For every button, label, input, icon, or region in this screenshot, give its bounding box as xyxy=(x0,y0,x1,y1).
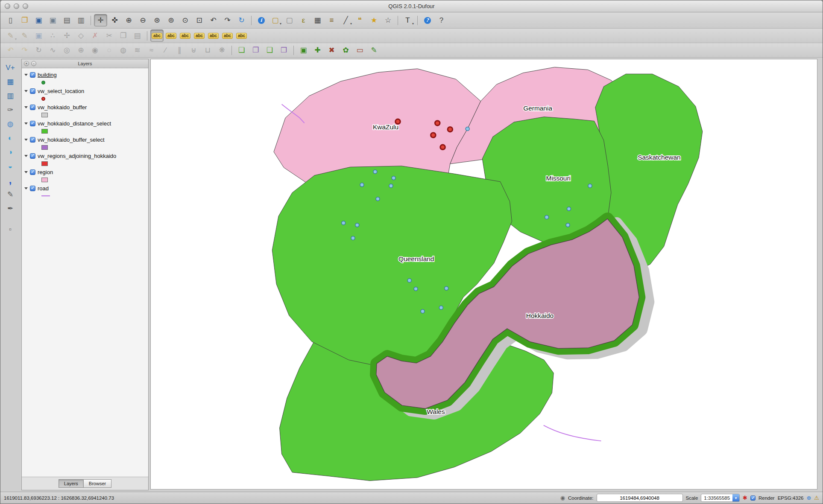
add-mssql-layer-button[interactable]: ◍ xyxy=(3,117,17,130)
zoom-to-selection-button[interactable]: ⊚ xyxy=(164,14,178,26)
layer-item-building[interactable]: building xyxy=(22,70,148,86)
layer-label[interactable]: vw_regions_adjoining_hokkaido xyxy=(38,153,116,159)
layer-item-region[interactable]: region xyxy=(22,167,148,184)
zoom-next-button[interactable]: ↷ xyxy=(221,14,234,26)
messages-button[interactable]: ⚠ xyxy=(814,495,819,501)
offset-curve-button[interactable]: ≋ xyxy=(131,44,144,56)
zoom-native-button[interactable]: ⊡ xyxy=(193,14,206,26)
layer-expand-arrow-icon[interactable] xyxy=(24,122,28,125)
layer-checkbox[interactable] xyxy=(30,153,35,159)
layer-expand-arrow-icon[interactable] xyxy=(24,171,28,173)
undo-button[interactable]: ↶ xyxy=(4,44,17,56)
add-wfs-layer-button[interactable]: ◒ xyxy=(3,160,17,172)
delete-part-button[interactable]: ◍ xyxy=(117,44,130,56)
save-layer-edits-button[interactable]: ▣ xyxy=(32,29,45,42)
layer-checkbox[interactable] xyxy=(30,186,35,191)
layer-checkbox[interactable] xyxy=(30,169,35,175)
add-postgis-layer-button[interactable]: ▥ xyxy=(3,89,17,102)
new-spatialite-layer-button[interactable]: ✒ xyxy=(3,202,17,215)
minimize-button[interactable] xyxy=(14,3,19,9)
layer-checkbox[interactable] xyxy=(30,121,35,126)
legend-filter-button[interactable]: ▫ xyxy=(3,223,17,236)
layer-expand-arrow-icon[interactable] xyxy=(24,90,28,92)
help-contents-button[interactable]: ? xyxy=(421,14,434,26)
layer-label[interactable]: building xyxy=(38,72,57,78)
grass-open-mapset-button[interactable]: ▣ xyxy=(297,44,310,56)
rotate-label-button[interactable]: abc xyxy=(193,29,206,42)
new-project-button[interactable]: ▯ xyxy=(4,14,17,26)
show-hide-labels-button[interactable]: abc xyxy=(221,29,234,42)
add-part-button[interactable]: ⊕ xyxy=(74,44,88,56)
layer-expand-arrow-icon[interactable] xyxy=(24,187,28,189)
pin-labels-button[interactable]: abc xyxy=(207,29,220,42)
save-project-as-button[interactable]: ▣ xyxy=(46,14,59,26)
delete-selected-button[interactable]: ✗ xyxy=(88,29,102,42)
refresh-button[interactable]: ↻ xyxy=(235,14,248,26)
deselect-features-button[interactable]: ▢ xyxy=(283,14,296,26)
coordinate-input[interactable] xyxy=(597,494,683,502)
whats-this-button[interactable]: ? xyxy=(435,14,448,26)
grass-close-mapset-button[interactable]: ✖ xyxy=(325,44,338,56)
add-spatialite-layer-button[interactable]: ✑ xyxy=(3,103,17,116)
add-feature-button[interactable]: ∴ xyxy=(46,29,59,42)
identify-features-button[interactable]: i xyxy=(255,14,268,26)
new-print-composer-button[interactable]: ▤ xyxy=(60,14,73,26)
zoom-to-layer-button[interactable]: ⊙ xyxy=(179,14,192,26)
composer-manager-button[interactable]: ▥ xyxy=(74,14,88,26)
merge-attributes-button[interactable]: ⊔ xyxy=(201,44,214,56)
render-checkbox[interactable] xyxy=(750,495,756,501)
zoom-button[interactable] xyxy=(23,3,28,9)
field-calculator-button[interactable]: ≡ xyxy=(325,14,338,26)
tab-layers[interactable]: Layers xyxy=(59,479,84,488)
layer-label[interactable]: vw_hokkaido_buffer_select xyxy=(38,137,105,143)
change-label-button[interactable]: abc xyxy=(164,29,178,42)
add-raster-layer-button[interactable]: ▦ xyxy=(3,75,17,88)
layer-label[interactable]: region xyxy=(38,169,53,175)
layer-checkbox[interactable] xyxy=(30,105,35,110)
new-bookmark-button[interactable]: ★ xyxy=(367,14,381,26)
extent-toggle-icon[interactable]: ◉ xyxy=(560,495,565,501)
intersection-tool-button[interactable]: ❐ xyxy=(249,44,262,56)
union-tool-button[interactable]: ❏ xyxy=(235,44,248,56)
labeling-button[interactable]: abc xyxy=(150,29,164,42)
open-project-button[interactable]: ❐ xyxy=(18,14,31,26)
zoom-out-button[interactable]: ⊖ xyxy=(136,14,149,26)
add-wcs-layer-button[interactable]: ◑ xyxy=(3,146,17,158)
layer-checkbox[interactable] xyxy=(30,72,35,78)
layer-label[interactable]: vw_hokkaido_buffer xyxy=(38,104,87,111)
crs-status-button[interactable]: ⊕ xyxy=(806,495,811,501)
grass-new-mapset-button[interactable]: ✚ xyxy=(311,44,324,56)
merge-features-button[interactable]: ⊎ xyxy=(187,44,200,56)
fill-ring-button[interactable]: ◉ xyxy=(88,44,102,56)
save-project-button[interactable]: ▣ xyxy=(32,14,45,26)
cut-features-button[interactable]: ✂ xyxy=(103,29,116,42)
layer-label[interactable]: vw_hokkaido_distance_select xyxy=(38,120,111,127)
clip-tool-button[interactable]: ❒ xyxy=(277,44,290,56)
highlight-pinned-labels-button[interactable]: abc xyxy=(235,29,248,42)
add-ring-button[interactable]: ◎ xyxy=(60,44,73,56)
pan-map-button[interactable]: ✛ xyxy=(94,14,107,26)
layer-item-vw-regions-adjoining-hokkaido[interactable]: vw_regions_adjoining_hokkaido xyxy=(22,151,148,167)
node-tool-button[interactable]: ◇ xyxy=(74,29,88,42)
difference-tool-button[interactable]: ❑ xyxy=(263,44,276,56)
select-features-button[interactable]: ▢ xyxy=(269,14,282,26)
zoom-last-button[interactable]: ↶ xyxy=(207,14,220,26)
move-feature-button[interactable]: ✢ xyxy=(60,29,73,42)
layer-item-vw-hokkaido-buffer[interactable]: vw_hokkaido_buffer xyxy=(22,102,148,119)
grass-edit-region-button[interactable]: ✎ xyxy=(367,44,381,56)
new-shapefile-layer-button[interactable]: ✎ xyxy=(3,188,17,201)
zoom-in-button[interactable]: ⊕ xyxy=(122,14,135,26)
layer-label[interactable]: road xyxy=(38,185,49,192)
scale-combo[interactable]: 1:33565585 xyxy=(701,494,740,502)
move-label-button[interactable]: abc xyxy=(179,29,192,42)
delete-ring-button[interactable]: ◌ xyxy=(103,44,116,56)
stop-render-icon[interactable]: ✱ xyxy=(743,495,747,501)
text-annotation-button[interactable]: T xyxy=(401,14,414,26)
layer-checkbox[interactable] xyxy=(30,88,35,94)
pan-to-selection-button[interactable]: ✜ xyxy=(108,14,121,26)
layer-label[interactable]: vw_select_location xyxy=(38,88,84,94)
copy-features-button[interactable]: ❐ xyxy=(117,29,130,42)
measure-button[interactable]: ╱ xyxy=(339,14,352,26)
open-attribute-table-button[interactable]: ▦ xyxy=(311,14,324,26)
add-vector-layer-button[interactable]: V+ xyxy=(3,61,17,74)
